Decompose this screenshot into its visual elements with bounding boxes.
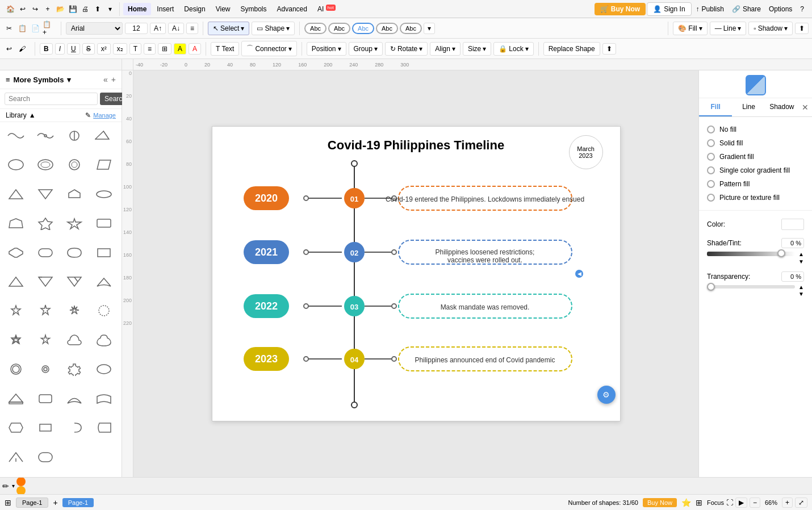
active-page-tab[interactable]: Page-1 [62,498,94,507]
shape-item[interactable] [33,213,58,233]
new-btn[interactable]: + [42,3,53,15]
menu-home[interactable]: Home [123,3,151,15]
diagram-float-btn[interactable]: ⚙ [597,386,616,404]
fill-solid[interactable]: Solid fill [705,136,806,150]
shape-item[interactable] [62,213,87,233]
star-icon[interactable]: ⭐ [681,498,691,507]
add-page-btn[interactable]: + [53,498,57,507]
menu-advanced[interactable]: Advanced [273,3,312,15]
right-panel-expand[interactable]: ◀ [575,270,584,278]
canvas-area[interactable]: ◀ Covid-19 Philippines Timeline March 20… [133,70,698,477]
format-paint[interactable]: 🖌 [16,43,28,55]
shape-item[interactable] [91,271,116,292]
font-select[interactable]: Arial [66,22,123,35]
style-pill-2[interactable]: Abc [328,23,350,34]
font-color-btn[interactable]: A [189,43,201,55]
lock-btn[interactable]: 🔒 Lock ▾ [493,42,533,56]
shape-item[interactable] [91,417,116,438]
open-btn[interactable]: 📂 [55,3,66,15]
fill-single-gradient[interactable]: Single color gradient fill [705,164,806,177]
buy-now-button[interactable]: 🛒 Buy Now [595,3,646,15]
shape-item[interactable] [62,388,87,409]
diagram-container[interactable]: Covid-19 Philippines Timeline March 2023 [212,126,621,421]
panel-collapse-btn[interactable]: « [103,75,108,84]
font-size-input[interactable] [125,23,148,34]
size-btn[interactable]: Size ▾ [463,42,491,56]
status-buy-now[interactable]: Buy Now [643,498,677,507]
shape-item[interactable] [33,330,58,350]
select-tool[interactable]: ↖ Select ▾ [208,22,249,35]
paste-icon[interactable]: 📄 [30,23,41,34]
shade-down[interactable]: ▼ [798,258,804,265]
undo-row2[interactable]: ↩ [3,43,15,55]
highlight-btn[interactable]: A [174,43,186,55]
shape-item[interactable] [3,388,28,409]
color-bar-pen[interactable]: ✏ [2,482,9,491]
replace-shape-btn[interactable]: Replace Shape [543,42,600,56]
search-input[interactable] [5,93,98,105]
shape-item[interactable] [91,213,116,233]
home-icon[interactable]: 🏠 [5,3,16,15]
share-button[interactable]: 🔗 Share [729,3,764,15]
menu-design[interactable]: Design [179,3,210,15]
shape-item[interactable] [91,388,116,409]
publish-button[interactable]: ↑ Publish [693,3,727,15]
bold-btn[interactable]: B [40,43,53,55]
fill-paint-icon[interactable] [746,75,766,95]
print-btn[interactable]: 🖨 [79,3,91,15]
layers-btn[interactable]: ⊞ [696,498,702,507]
shape-item[interactable] [3,300,28,321]
fill-no-fill[interactable]: No fill [705,123,806,136]
connector-tool[interactable]: ⌒ Connector ▾ [241,41,296,56]
line-btn[interactable]: — Line ▾ [710,22,747,35]
shape-tool[interactable]: ▭ Shape ▾ [252,22,295,35]
fill-pattern[interactable]: Pattern fill [705,177,806,191]
color-bar-expand[interactable]: ▾ [12,483,15,489]
shape-item[interactable] [3,271,28,292]
sign-in-button[interactable]: 👤 Sign In [647,2,691,16]
fullscreen-icon[interactable]: ⛶ [726,499,733,507]
help-button[interactable]: ? [797,3,807,15]
page-tab-1[interactable]: Page-1 [16,498,48,508]
shape-item[interactable] [3,126,28,146]
shape-item[interactable] [62,184,87,204]
shape-item[interactable] [33,126,58,146]
list-btn[interactable]: ≡ [144,43,156,55]
shape-item[interactable] [91,154,116,175]
shape-item[interactable] [91,300,116,321]
shape-item[interactable] [62,330,87,350]
arrangement-expand[interactable]: ⬆ [602,43,616,55]
style-pill-4[interactable]: Abc [376,23,398,34]
shape-item[interactable] [62,359,87,379]
shape-item[interactable] [3,184,28,204]
shape-item[interactable] [91,359,116,379]
shape-item[interactable] [33,184,58,204]
styles-expand[interactable]: ⬆ [795,23,809,34]
shape-item[interactable] [62,271,87,292]
shape-item[interactable] [3,243,28,263]
styles-more[interactable]: ▾ [424,23,435,34]
options-button[interactable]: Options [765,3,796,15]
font-size-up[interactable]: A↑ [150,23,166,34]
page-layout-btn[interactable]: ⊞ [5,498,11,507]
shape-item[interactable] [62,126,87,146]
tab-shadow[interactable]: Shadow [765,98,798,116]
shape-item[interactable] [62,243,87,263]
shape-item[interactable] [33,271,58,292]
shape-item[interactable] [33,243,58,263]
text-style-btn[interactable]: T [129,43,141,55]
fill-gradient[interactable]: Gradient fill [705,150,806,164]
menu-ai[interactable]: AI hot [313,3,340,15]
undo-btn[interactable]: ↩ [17,3,28,15]
shape-item[interactable] [3,154,28,175]
shade-value[interactable] [781,238,804,248]
tab-fill[interactable]: Fill [699,98,732,116]
rotate-btn[interactable]: ↻ Rotate ▾ [385,42,428,56]
save-btn[interactable]: 💾 [67,3,78,15]
shape-item[interactable] [33,154,58,175]
zoom-play-btn[interactable]: ▶ [735,498,747,508]
fill-picture[interactable]: Picture or texture fill [705,191,806,204]
shape-item[interactable] [62,417,87,438]
font-size-down[interactable]: A↓ [168,23,184,34]
shape-item[interactable] [33,388,58,409]
